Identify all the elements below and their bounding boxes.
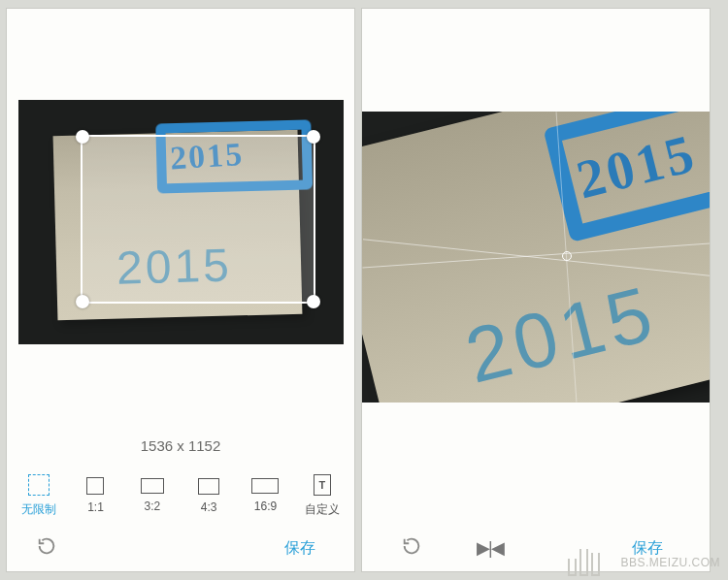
printed-year-text: 2015 xyxy=(457,269,665,402)
ratio-custom-icon xyxy=(314,474,331,496)
ratio-option-3-2[interactable]: 3:2 xyxy=(125,478,180,513)
ratio-option-free[interactable]: 无限制 xyxy=(12,474,66,518)
ratio-option-custom[interactable]: 自定义 xyxy=(295,474,349,518)
ratio-label: 16:9 xyxy=(254,499,277,513)
undo-rotate-button[interactable] xyxy=(401,535,422,561)
aspect-ratio-bar: 无限制 1:1 3:2 4:3 16:9 自定义 xyxy=(7,467,354,525)
save-button[interactable]: 保存 xyxy=(284,538,315,559)
crop-handle-top-left[interactable] xyxy=(76,130,89,144)
flip-horizontal-button[interactable]: ▶|◀ xyxy=(477,537,503,559)
ratio-3-2-icon xyxy=(141,478,164,494)
rotate-ccw-icon xyxy=(36,535,57,557)
ratio-label: 4:3 xyxy=(201,500,217,514)
ratio-16-9-icon xyxy=(251,478,279,494)
ratio-label: 自定义 xyxy=(305,501,340,518)
ratio-1-1-icon xyxy=(86,477,104,495)
source-watermark: BBS.MEIZU.COM xyxy=(568,549,720,578)
rotate-ccw-icon xyxy=(401,535,422,557)
rotated-photo: 2015 2015 xyxy=(362,112,711,403)
ratio-option-4-3[interactable]: 4:3 xyxy=(182,478,236,514)
crop-handle-bottom-left[interactable] xyxy=(76,295,89,308)
ratio-free-icon xyxy=(28,474,50,496)
undo-rotate-button[interactable] xyxy=(36,535,57,561)
ratio-label: 3:2 xyxy=(144,499,160,513)
crop-screen: 2015 2015 1536 x 1152 无限制 1:1 3:2 xyxy=(6,8,355,572)
watermark-logo-icon xyxy=(568,549,614,578)
crop-handle-top-right[interactable] xyxy=(307,130,320,144)
straighten-screen: 2015 2015 ▶|◀ 保存 xyxy=(361,8,711,572)
ratio-option-16-9[interactable]: 16:9 xyxy=(238,478,292,513)
photo-subject-card: 2015 2015 xyxy=(362,112,711,403)
comparison-stage: 2015 2015 1536 x 1152 无限制 1:1 3:2 xyxy=(0,0,728,580)
straighten-photo-canvas[interactable]: 2015 2015 xyxy=(362,112,711,403)
ratio-label: 无限制 xyxy=(21,501,56,518)
crop-handle-bottom-right[interactable] xyxy=(307,295,320,308)
watermark-text: BBS.MEIZU.COM xyxy=(620,556,720,569)
crop-dimensions-label: 1536 x 1152 xyxy=(7,437,354,454)
ratio-label: 1:1 xyxy=(87,500,104,514)
ratio-4-3-icon xyxy=(198,478,219,495)
crop-selection[interactable] xyxy=(83,137,314,302)
ratio-option-1-1[interactable]: 1:1 xyxy=(68,477,122,514)
crop-bottom-bar: 保存 xyxy=(7,525,354,571)
